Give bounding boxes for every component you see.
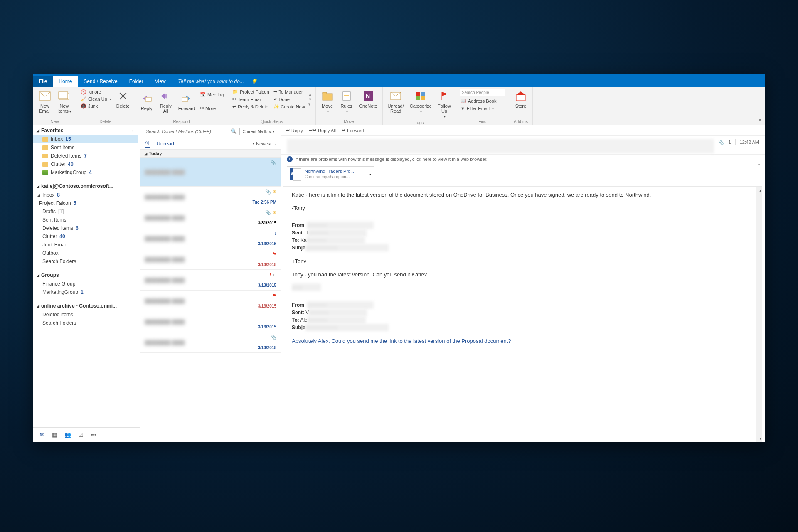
qs-expand[interactable]: ▾ bbox=[308, 102, 312, 106]
reply-action[interactable]: ↩Reply bbox=[286, 128, 303, 133]
more-modules-icon[interactable]: ••• bbox=[91, 432, 97, 438]
favorites-header[interactable]: ◢Favorites‹ bbox=[33, 125, 138, 135]
mail-item[interactable]: ████████ ████📎✉3/31/2015 bbox=[140, 207, 281, 228]
mail-item[interactable]: ████████ ████📎 bbox=[140, 158, 281, 187]
move-button[interactable]: Move▾ bbox=[319, 89, 336, 115]
nav-item-inbox[interactable]: ◢Inbox 8 bbox=[33, 191, 138, 199]
delete-button[interactable]: Delete bbox=[115, 89, 131, 109]
junk-button[interactable]: 🚯Junk▾ bbox=[80, 103, 112, 109]
rules-button[interactable]: Rules▾ bbox=[338, 89, 355, 115]
download-icon: ↓ bbox=[274, 231, 277, 236]
more-respond-button[interactable]: ✉More▾ bbox=[199, 105, 224, 111]
ribbon-group-delete: 🚫Ignore 🧹Clean Up▾ 🚯Junk▾ Delete Delete bbox=[76, 87, 135, 125]
tab-folder[interactable]: Folder bbox=[123, 76, 149, 87]
list-group-today[interactable]: ◢Today bbox=[140, 150, 281, 158]
cleanup-button[interactable]: 🧹Clean Up▾ bbox=[80, 96, 112, 102]
nav-item-finance-group[interactable]: Finance Group bbox=[33, 280, 138, 288]
mail-item[interactable]: ████████ ████📎3/13/2015 bbox=[140, 332, 281, 353]
address-book-button[interactable]: 📖Address Book bbox=[460, 98, 505, 104]
tab-send-receive[interactable]: Send / Receive bbox=[78, 76, 123, 87]
store-button[interactable]: Store bbox=[512, 89, 529, 109]
meeting-button[interactable]: 📅Meeting bbox=[199, 91, 224, 98]
qs-project-falcon[interactable]: 📁Project Falcon bbox=[232, 89, 270, 95]
tab-view[interactable]: View bbox=[149, 76, 172, 87]
new-items-button[interactable]: New Items▾ bbox=[56, 89, 73, 115]
reply-all-action[interactable]: ↩↩Reply All bbox=[309, 128, 336, 133]
nav-item-clutter[interactable]: Clutter 40 bbox=[33, 160, 138, 168]
nav-item-sent-items[interactable]: Sent Items bbox=[33, 143, 138, 152]
svg-rect-5 bbox=[323, 94, 332, 100]
nav-item-drafts[interactable]: Drafts [1] bbox=[33, 207, 138, 216]
forward-button[interactable]: Forward bbox=[177, 91, 197, 112]
envelope-icon: ✉ bbox=[273, 189, 276, 195]
mail-item[interactable]: ████████ ████↓3/13/2015 bbox=[140, 228, 281, 249]
nav-item-search-folders[interactable]: Search Folders bbox=[33, 319, 138, 327]
paperclip-icon: 📎 bbox=[265, 189, 271, 195]
search-icon[interactable]: 🔍 bbox=[231, 128, 237, 134]
followup-button[interactable]: Follow Up▾ bbox=[436, 89, 453, 120]
nav-item-project-falcon[interactable]: Project Falcon 5 bbox=[33, 199, 138, 207]
nav-item-marketinggroup[interactable]: MarketingGroup 4 bbox=[33, 168, 138, 177]
unread-read-button[interactable]: Unread/ Read bbox=[386, 89, 406, 120]
search-scope-dropdown[interactable]: Current Mailbox▾ bbox=[239, 128, 277, 135]
search-people-input[interactable]: Search People bbox=[460, 89, 505, 96]
attachment-menu-caret[interactable]: ▾ bbox=[369, 172, 371, 176]
calendar-module-icon[interactable]: ▦ bbox=[52, 432, 57, 438]
attachment-tile[interactable]: Northwind Traders Pro... Contoso-my.shar… bbox=[287, 166, 374, 182]
nav-item-deleted-items[interactable]: Deleted Items 7 bbox=[33, 152, 138, 160]
mail-module-icon[interactable]: ✉ bbox=[40, 432, 44, 438]
qs-to-manager[interactable]: ➡To Manager bbox=[273, 89, 306, 95]
nav-collapse-icon[interactable]: ‹ bbox=[132, 128, 135, 133]
tab-home[interactable]: Home bbox=[53, 76, 78, 87]
groups-header[interactable]: ◢Groups bbox=[33, 270, 138, 280]
mail-item[interactable]: ████████ ████⚑3/13/2015 bbox=[140, 249, 281, 270]
tell-me-search[interactable]: Tell me what you want to do...💡 bbox=[174, 76, 266, 87]
sort-dropdown[interactable]: ▾Newest↓ bbox=[252, 141, 276, 146]
reply-button[interactable]: Reply bbox=[138, 91, 155, 112]
infobar[interactable]: i If there are problems with how this me… bbox=[281, 155, 765, 164]
nav-item-junk-email[interactable]: Junk Email bbox=[33, 241, 138, 249]
ribbon-collapse-button[interactable]: ʌ bbox=[759, 117, 761, 123]
qs-done[interactable]: ✔Done bbox=[273, 96, 306, 102]
group-label-delete: Delete bbox=[80, 118, 131, 124]
mail-item[interactable]: ████████ ████📎✉Tue 2:56 PM bbox=[140, 187, 281, 207]
onenote-button[interactable]: NOneNote bbox=[357, 89, 379, 115]
reply-all-button[interactable]: Reply All bbox=[158, 89, 174, 114]
nav-item-deleted-items[interactable]: Deleted Items bbox=[33, 310, 138, 319]
people-module-icon[interactable]: 👥 bbox=[64, 432, 71, 438]
nav-item-search-folders[interactable]: Search Folders bbox=[33, 257, 138, 266]
tab-file[interactable]: File bbox=[33, 76, 53, 87]
nav-item-marketinggroup[interactable]: MarketingGroup 1 bbox=[33, 288, 138, 296]
nav-item-clutter[interactable]: Clutter 40 bbox=[33, 232, 138, 241]
nav-item-sent-items[interactable]: Sent Items bbox=[33, 216, 138, 224]
qs-reply-delete[interactable]: ↩Reply & Delete bbox=[232, 103, 270, 110]
nav-item-inbox[interactable]: Inbox 15 bbox=[33, 135, 138, 143]
ribbon-group-addins: Store Add-ins bbox=[509, 87, 533, 125]
paperclip-icon: 📎 bbox=[265, 210, 271, 215]
new-email-button[interactable]: New Email bbox=[37, 89, 53, 115]
nav-item-outbox[interactable]: Outbox bbox=[33, 249, 138, 257]
qs-scroll-up[interactable]: ▲ bbox=[308, 92, 312, 96]
mail-item-date: 3/31/2015 bbox=[258, 221, 277, 225]
body-scrollbar[interactable]: ▴▾ bbox=[756, 187, 762, 442]
mail-item[interactable]: ████████ ████3/13/2015 bbox=[140, 311, 281, 332]
archive-header[interactable]: ◢online archive - Contoso.onmi... bbox=[33, 300, 138, 310]
qs-team-email[interactable]: ✉Team Email bbox=[232, 96, 270, 102]
nav-item-deleted-items[interactable]: Deleted Items 6 bbox=[33, 224, 138, 232]
forward-action[interactable]: ↪Forward bbox=[342, 128, 364, 133]
qs-create-new[interactable]: ✨Create New bbox=[273, 103, 306, 110]
header-collapse-caret[interactable]: ˅ bbox=[758, 163, 761, 170]
svg-text:N: N bbox=[366, 93, 370, 99]
tasks-module-icon[interactable]: ☑ bbox=[79, 432, 84, 438]
filter-unread[interactable]: Unread bbox=[156, 140, 174, 147]
categorize-button[interactable]: Categorize▾ bbox=[408, 89, 433, 120]
attachment-count-icon: 📎 bbox=[718, 140, 724, 145]
account-header[interactable]: ◢katiej@Contoso.onmicrosoft... bbox=[33, 181, 138, 191]
mail-item[interactable]: ████████ ████⚑3/13/2015 bbox=[140, 291, 281, 311]
filter-email-button[interactable]: ▼Filter Email▾ bbox=[460, 106, 505, 111]
filter-all[interactable]: All bbox=[145, 140, 150, 148]
ignore-button[interactable]: 🚫Ignore bbox=[80, 89, 112, 95]
mail-item[interactable]: ████████ ████!↩3/13/2015 bbox=[140, 270, 281, 291]
qs-scroll-down[interactable]: ▼ bbox=[308, 97, 312, 101]
search-mailbox-input[interactable] bbox=[144, 128, 228, 135]
